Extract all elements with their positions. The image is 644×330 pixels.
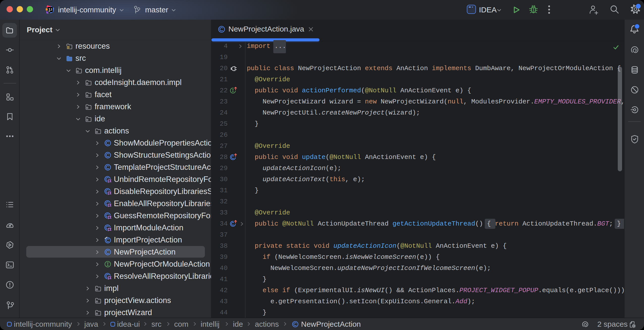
svg-text:IJ: IJ bbox=[48, 8, 52, 12]
